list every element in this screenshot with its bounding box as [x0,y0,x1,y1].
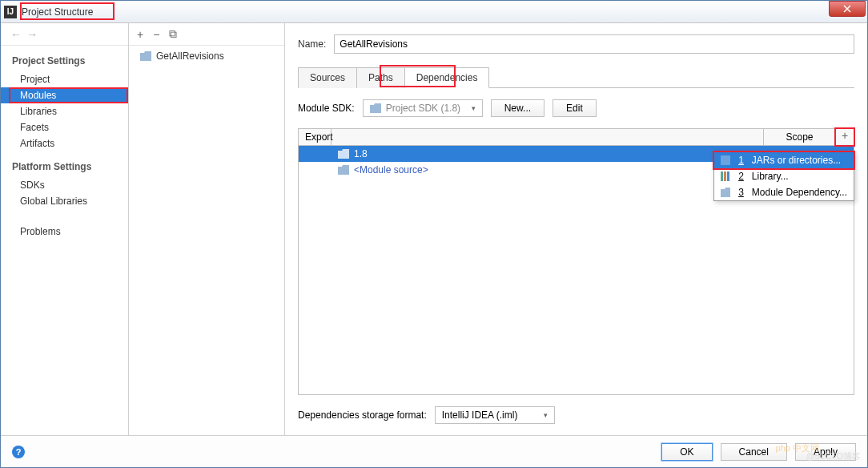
module-icon [721,188,730,197]
tab-sources[interactable]: Sources [298,67,357,88]
col-name [332,129,764,145]
sidebar-item-project[interactable]: Project [1,71,128,87]
apply-button[interactable]: Apply [795,443,856,461]
chevron-down-icon: ▾ [472,104,476,112]
section-header-project: Project Settings [1,46,128,71]
annotation-highlight [834,127,855,147]
add-icon[interactable]: + [137,28,143,41]
app-icon: IJ [4,6,17,18]
col-scope: Scope [764,129,836,145]
add-dependency-menu: 1 JARs or directories... 2 Library... 3 … [713,151,854,201]
tab-paths[interactable]: Paths [356,67,405,88]
chevron-down-icon: ▾ [544,411,548,419]
forward-icon[interactable]: → [26,28,38,41]
sdk-label: Module SDK: [298,103,355,114]
modules-toolbar: + − ⧉ [129,23,284,46]
folder-icon [338,165,349,175]
cancel-button[interactable]: Cancel [721,443,787,461]
close-icon [843,5,851,13]
help-button[interactable]: ? [12,446,25,458]
jars-icon [721,155,730,165]
nav-history: ← → [1,23,128,46]
close-button[interactable] [829,1,866,17]
svg-rect-0 [721,155,730,165]
svg-rect-1 [721,171,723,181]
sidebar-item-modules[interactable]: Modules [1,87,128,103]
name-label: Name: [298,38,326,50]
menu-item-module-dep[interactable]: 3 Module Dependency... [714,184,854,200]
module-detail-panel: Name: Sources Paths Dependencies Module … [285,23,867,435]
project-structure-dialog: IJ Project Structure ← → Project Setting… [0,0,868,468]
sdk-dropdown[interactable]: Project SDK (1.8) ▾ [363,99,483,117]
storage-label: Dependencies storage format: [298,410,427,421]
copy-icon[interactable]: ⧉ [169,27,177,41]
sidebar-item-libraries[interactable]: Libraries [1,103,128,119]
sidebar-item-problems[interactable]: Problems [1,224,128,240]
module-list-item[interactable]: GetAllRevisions [129,46,284,67]
back-icon[interactable]: ← [10,28,22,41]
folder-icon [338,149,349,159]
window-title: Project Structure [22,6,93,18]
edit-sdk-button[interactable]: Edit [553,99,597,117]
module-label: GetAllRevisions [156,50,224,62]
tab-dependencies[interactable]: Dependencies [404,67,490,88]
add-dependency-button[interactable]: + [836,129,854,145]
section-header-platform: Platform Settings [1,151,128,177]
col-export: Export [299,129,332,145]
module-tabs: Sources Paths Dependencies [298,67,854,88]
settings-sidebar: ← → Project Settings Project Modules Lib… [1,23,129,435]
remove-icon[interactable]: − [153,28,159,41]
modules-list-panel: + − ⧉ GetAllRevisions [129,23,285,435]
folder-icon [140,51,151,61]
menu-item-jars[interactable]: 1 JARs or directories... [714,152,854,168]
svg-rect-2 [724,171,726,181]
new-sdk-button[interactable]: New... [491,99,545,117]
module-name-input[interactable] [334,34,854,54]
menu-item-library[interactable]: 2 Library... [714,168,854,184]
sidebar-item-artifacts[interactable]: Artifacts [1,135,128,151]
table-header: Export Scope + [299,129,854,146]
ok-button[interactable]: OK [661,443,712,461]
dialog-footer: ? OK Cancel Apply [1,435,867,467]
sidebar-item-sdks[interactable]: SDKs [1,177,128,193]
titlebar: IJ Project Structure [1,1,867,23]
sidebar-item-global-libraries[interactable]: Global Libraries [1,193,128,209]
library-icon [721,171,730,181]
storage-format-dropdown[interactable]: IntelliJ IDEA (.iml) ▾ [435,406,555,424]
folder-icon [370,103,381,113]
svg-rect-3 [727,171,729,181]
sidebar-item-facets[interactable]: Facets [1,119,128,135]
